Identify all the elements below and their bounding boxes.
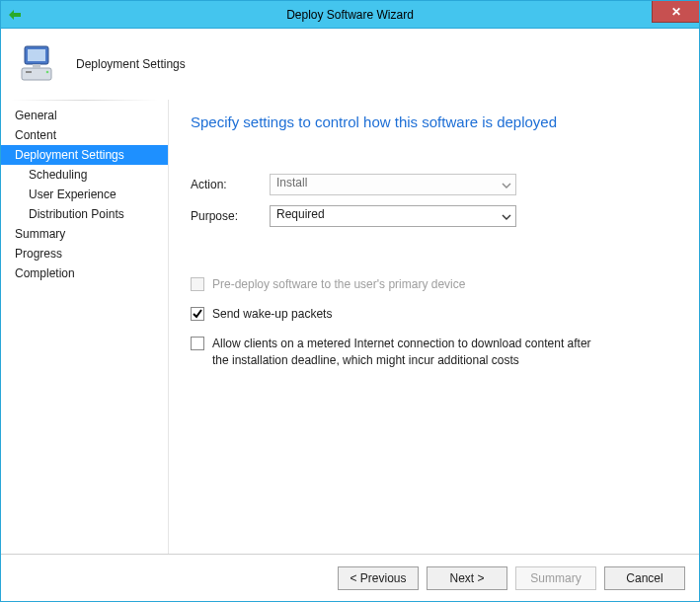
window-title: Deploy Software Wizard (1, 8, 699, 22)
purpose-select[interactable]: Required (270, 205, 516, 227)
cancel-button[interactable]: Cancel (604, 566, 685, 590)
action-value: Install (276, 176, 307, 189)
sidebar-item-completion[interactable]: Completion (1, 263, 168, 283)
wakeup-option[interactable]: Send wake-up packets (191, 306, 677, 322)
wizard-header: Deployment Settings (1, 29, 699, 100)
svg-point-4 (46, 70, 49, 73)
metered-checkbox[interactable] (191, 337, 204, 350)
wizard-body: General Content Deployment Settings Sche… (1, 100, 699, 554)
wakeup-label: Send wake-up packets (212, 306, 332, 322)
predeploy-label: Pre-deploy software to the user's primar… (212, 276, 465, 292)
predeploy-checkbox (191, 277, 204, 291)
sidebar-item-scheduling[interactable]: Scheduling (1, 165, 168, 185)
sidebar-item-general[interactable]: General (1, 106, 168, 125)
sidebar-item-user-experience[interactable]: User Experience (1, 185, 168, 204)
close-button[interactable]: ✕ (652, 1, 699, 23)
title-bar: Deploy Software Wizard ✕ (1, 1, 699, 29)
computer-icon (19, 42, 62, 86)
metered-option[interactable]: Allow clients on a metered Internet conn… (191, 336, 677, 367)
sidebar-item-deployment-settings[interactable]: Deployment Settings (1, 145, 168, 165)
wizard-footer: < Previous Next > Summary Cancel (1, 554, 699, 601)
purpose-value: Required (276, 207, 325, 221)
action-label: Action: (191, 178, 270, 191)
sidebar-item-progress[interactable]: Progress (1, 244, 168, 263)
svg-rect-5 (33, 64, 40, 68)
app-icon (1, 8, 29, 22)
content-heading: Specify settings to control how this sof… (191, 113, 677, 130)
purpose-row: Purpose: Required (191, 205, 677, 227)
svg-rect-1 (28, 49, 45, 61)
wakeup-checkbox[interactable] (191, 307, 204, 321)
summary-button: Summary (515, 566, 596, 590)
svg-rect-3 (26, 71, 32, 73)
action-select: Install (270, 174, 516, 195)
action-row: Action: Install (191, 174, 677, 195)
sidebar: General Content Deployment Settings Sche… (1, 100, 169, 554)
previous-button[interactable]: < Previous (338, 566, 419, 590)
chevron-down-icon (502, 178, 511, 191)
close-icon: ✕ (671, 5, 681, 19)
metered-label: Allow clients on a metered Internet conn… (212, 336, 607, 367)
sidebar-item-distribution-points[interactable]: Distribution Points (1, 204, 168, 224)
svg-rect-2 (22, 68, 51, 80)
sidebar-item-summary[interactable]: Summary (1, 224, 168, 244)
header-subtitle: Deployment Settings (76, 57, 186, 71)
content-pane: Specify settings to control how this sof… (169, 100, 699, 554)
purpose-label: Purpose: (191, 209, 270, 223)
chevron-down-icon (502, 209, 511, 223)
check-icon (192, 308, 203, 320)
sidebar-item-content[interactable]: Content (1, 125, 168, 145)
next-button[interactable]: Next > (427, 566, 507, 590)
predeploy-option: Pre-deploy software to the user's primar… (191, 276, 677, 292)
wizard-window: Deploy Software Wizard ✕ Deployment Sett… (0, 0, 700, 602)
